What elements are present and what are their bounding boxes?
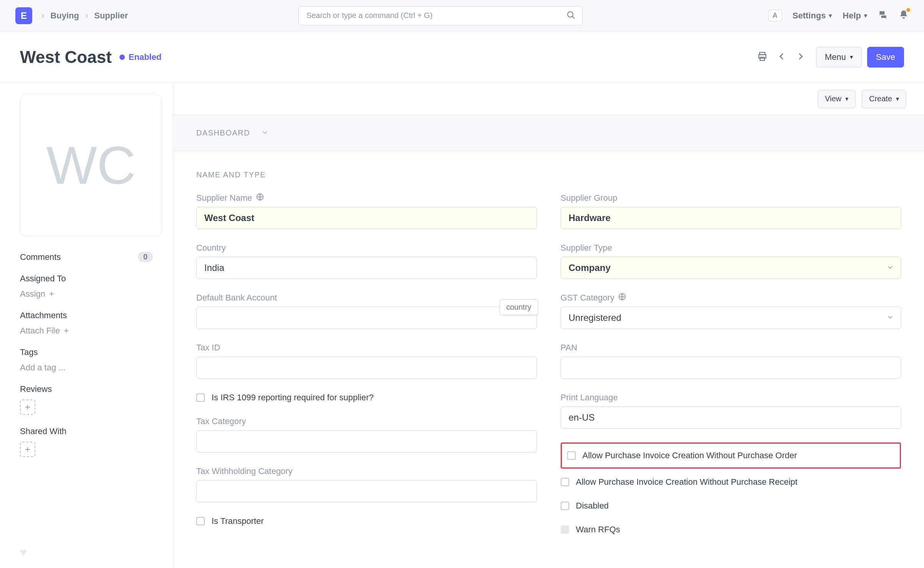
create-label: Create — [869, 94, 892, 103]
is-transporter-row[interactable]: Is Transporter — [196, 516, 537, 526]
tax-category-input[interactable] — [196, 430, 537, 452]
attach-file-action[interactable]: Attach File + — [20, 326, 153, 336]
page-header: West Coast Enabled Menu▾ Save — [0, 31, 924, 83]
tax-withholding-input[interactable] — [196, 480, 537, 502]
dashboard-label: DASHBOARD — [196, 129, 250, 137]
checkbox-icon — [567, 451, 576, 460]
supplier-group-input[interactable] — [561, 207, 901, 229]
search-icon[interactable] — [566, 10, 576, 21]
kbd-shortcut[interactable]: A — [768, 10, 782, 21]
tax-id-input[interactable] — [196, 357, 537, 379]
caret-down-icon: ▾ — [845, 95, 848, 102]
supplier-type-select[interactable] — [561, 257, 901, 279]
tax-id-label: Tax ID — [196, 343, 220, 353]
caret-down-icon: ▾ — [864, 12, 867, 19]
globe-icon — [618, 293, 626, 303]
irs-checkbox-row[interactable]: Is IRS 1099 reporting required for suppl… — [196, 393, 537, 403]
supplier-name-label: Supplier Name — [196, 193, 252, 203]
field-tooltip: country — [500, 299, 538, 315]
form-area: NAME AND TYPE Supplier Name — [173, 151, 924, 568]
shared-with-label: Shared With — [20, 426, 153, 436]
tags-label: Tags — [20, 347, 153, 357]
attachments-label: Attachments — [20, 310, 153, 320]
checkbox-icon — [196, 393, 205, 402]
supplier-name-input[interactable] — [196, 207, 537, 229]
disabled-label: Disabled — [576, 501, 609, 511]
logo-letter: E — [21, 10, 27, 21]
country-input[interactable] — [196, 257, 537, 279]
globe-icon — [256, 193, 264, 203]
highlighted-checkbox: Allow Purchase Invoice Creation Without … — [561, 443, 901, 469]
chat-icon[interactable] — [878, 10, 888, 22]
avatar[interactable]: WC — [20, 94, 162, 236]
default-bank-label: Default Bank Account — [196, 293, 277, 303]
plus-icon: + — [49, 289, 54, 299]
search-input[interactable] — [298, 6, 583, 25]
allow-po-checkbox-row[interactable]: Allow Purchase Invoice Creation Without … — [567, 451, 895, 461]
svg-line-1 — [572, 17, 575, 19]
notification-dot — [906, 8, 910, 12]
irs-label: Is IRS 1099 reporting required for suppl… — [212, 393, 374, 403]
warn-rfq-checkbox-row[interactable]: Warn RFQs — [561, 525, 901, 535]
breadcrumb-buying[interactable]: Buying — [50, 11, 79, 21]
pan-input[interactable] — [561, 357, 901, 379]
svg-point-0 — [568, 12, 573, 17]
content-toolbar: View▾ Create▾ — [173, 83, 924, 115]
add-tag-text: Add a tag ... — [20, 363, 66, 373]
gst-category-select[interactable] — [561, 307, 901, 329]
comments-label[interactable]: Comments — [20, 252, 61, 262]
attach-text: Attach File — [20, 326, 60, 336]
help-label: Help — [843, 11, 861, 21]
pan-label: PAN — [561, 343, 578, 353]
save-label: Save — [876, 52, 895, 62]
settings-label: Settings — [793, 11, 826, 21]
disabled-checkbox-row[interactable]: Disabled — [561, 501, 901, 511]
add-tag-action[interactable]: Add a tag ... — [20, 363, 153, 373]
menu-button[interactable]: Menu▾ — [816, 47, 862, 68]
is-transporter-label: Is Transporter — [212, 516, 264, 526]
comments-count: 0 — [138, 252, 153, 262]
allow-pr-checkbox-row[interactable]: Allow Purchase Invoice Creation Without … — [561, 477, 901, 487]
chevron-down-icon — [261, 128, 269, 138]
app-logo[interactable]: E — [15, 7, 32, 24]
warn-rfq-label: Warn RFQs — [576, 525, 620, 535]
add-review-button[interactable]: + — [20, 400, 35, 415]
assign-action[interactable]: Assign + — [20, 289, 153, 299]
caret-down-icon: ▾ — [896, 95, 899, 102]
caret-down-icon: ▾ — [850, 53, 853, 61]
help-menu[interactable]: Help▾ — [843, 11, 867, 21]
breadcrumb-supplier[interactable]: Supplier — [94, 11, 128, 21]
next-icon[interactable] — [794, 49, 807, 65]
view-button[interactable]: View▾ — [818, 90, 856, 108]
checkbox-icon — [561, 502, 569, 510]
breadcrumb: › Buying › Supplier — [41, 11, 128, 21]
chevron-right-icon: › — [85, 11, 88, 21]
supplier-group-label: Supplier Group — [561, 193, 618, 203]
status-indicator — [119, 54, 125, 60]
create-button[interactable]: Create▾ — [862, 90, 906, 108]
reviews-label: Reviews — [20, 384, 153, 394]
save-button[interactable]: Save — [867, 47, 904, 68]
plus-icon: + — [64, 326, 69, 336]
checkbox-icon — [561, 478, 569, 486]
section-heading: NAME AND TYPE — [196, 170, 901, 179]
supplier-type-label: Supplier Type — [561, 243, 612, 253]
prev-icon[interactable] — [775, 49, 788, 65]
tax-category-label: Tax Category — [196, 416, 246, 426]
tax-withholding-label: Tax Withholding Category — [196, 466, 293, 476]
default-bank-input[interactable] — [196, 307, 537, 329]
add-share-button[interactable]: + — [20, 442, 35, 457]
checkbox-icon — [196, 517, 205, 525]
dashboard-bar[interactable]: DASHBOARD — [173, 115, 924, 151]
bell-icon[interactable] — [899, 10, 909, 22]
like-icon[interactable]: ♥ — [20, 546, 27, 559]
print-icon[interactable] — [755, 49, 770, 65]
menu-label: Menu — [825, 52, 846, 62]
checkbox-icon — [561, 525, 569, 534]
view-label: View — [825, 94, 841, 103]
top-navbar: E › Buying › Supplier A Settings▾ Help▾ — [0, 0, 924, 31]
settings-menu[interactable]: Settings▾ — [793, 11, 832, 21]
status-text: Enabled — [129, 52, 162, 62]
allow-po-label: Allow Purchase Invoice Creation Without … — [583, 451, 797, 461]
print-language-input[interactable] — [561, 406, 901, 429]
